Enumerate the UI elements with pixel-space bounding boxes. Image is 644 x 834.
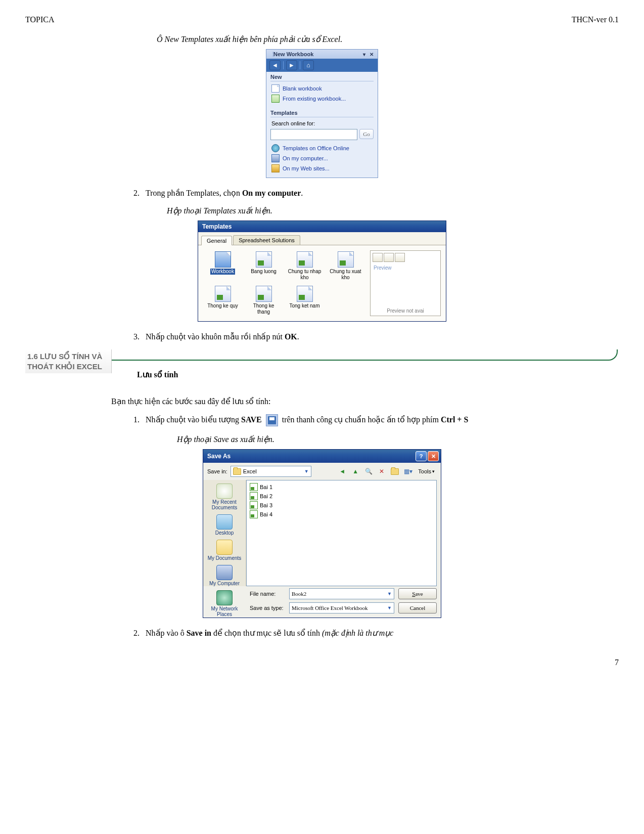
template-item[interactable]: Bang luong bbox=[244, 250, 283, 282]
toolbar: Save in: Excel ▼ ◄ ▲ 🔍 ✕ ▦▾ Tools ▾ bbox=[203, 463, 441, 480]
place-my-documents[interactable]: My Documents bbox=[205, 538, 244, 562]
template-item[interactable]: Workbook bbox=[203, 250, 242, 282]
forward-button[interactable]: ► bbox=[286, 60, 297, 70]
save-step-1: Nhấp chuột vào biểu tượng SAVE trên than… bbox=[142, 414, 619, 426]
dialog-titlebar: Templates bbox=[198, 221, 446, 232]
separator bbox=[300, 61, 300, 69]
template-label: Workbook bbox=[210, 269, 235, 275]
place-label: My Recent Documents bbox=[205, 499, 244, 510]
place-my-computer[interactable]: My Computer bbox=[205, 563, 244, 588]
search-online-input[interactable] bbox=[270, 129, 357, 140]
views-button[interactable]: ▦▾ bbox=[403, 466, 413, 476]
template-item[interactable]: Chung tu nhap kho bbox=[285, 250, 324, 282]
dialog-title: Templates bbox=[202, 223, 232, 230]
go-button[interactable]: Go bbox=[359, 129, 374, 139]
step-bold: Ctrl + S bbox=[441, 415, 468, 424]
section-heading: 1.6 LƯU SỔ TÍNH VÀ THOÁT KHỎI EXCEL Lưu … bbox=[25, 349, 619, 388]
cancel-button[interactable]: Cancel bbox=[398, 602, 437, 613]
tools-dropdown[interactable]: Tools ▾ bbox=[416, 467, 437, 475]
back-button[interactable]: ◄ bbox=[337, 466, 347, 476]
on-my-computer-link[interactable]: On my computer... bbox=[270, 153, 374, 163]
excel-template-icon bbox=[297, 251, 313, 268]
step-text: Nhấp vào ô bbox=[146, 629, 187, 637]
details-button[interactable] bbox=[395, 253, 405, 262]
chevron-down-icon: ▼ bbox=[304, 469, 309, 474]
templates-dialog: Templates General Spreadsheet Solutions … bbox=[198, 221, 446, 322]
btn-label-rest: ave bbox=[415, 591, 423, 597]
template-item[interactable]: Tong ket nam bbox=[285, 285, 324, 316]
savein-dropdown[interactable]: Excel ▼ bbox=[231, 466, 311, 477]
step-text: trên thanh công cụ chuẩn hoặc ấn tổ hợp … bbox=[282, 415, 441, 424]
place-recent-documents[interactable]: My Recent Documents bbox=[205, 482, 244, 512]
dialog-title: Save As bbox=[207, 453, 231, 460]
templates-icon-grid: WorkbookBang luongChung tu nhap khoChung… bbox=[203, 250, 365, 316]
section-templates-title: Templates bbox=[270, 110, 374, 117]
header-right: THCN-ver 0.1 bbox=[572, 15, 619, 24]
template-item[interactable]: Chung tu xuat kho bbox=[326, 250, 365, 282]
dropdown-icon[interactable]: ▾ bbox=[361, 51, 367, 57]
section-rule bbox=[112, 349, 618, 361]
caption-saveas-dialog: Hộp thoại Save as xuất hiện. bbox=[177, 434, 619, 444]
page-number: 7 bbox=[25, 658, 619, 667]
excel-file-icon bbox=[250, 510, 258, 518]
blank-workbook-link[interactable]: Blank workbook bbox=[270, 83, 374, 94]
help-button[interactable]: ? bbox=[416, 451, 427, 461]
saveas-type-input[interactable]: Microsoft Office Excel Workbook ▼ bbox=[289, 602, 394, 613]
caption-new-templates: Ô New Templates xuất hiện bên phía phải … bbox=[157, 34, 619, 44]
savein-label: Save in: bbox=[207, 468, 227, 474]
template-item[interactable]: Thong ke quy bbox=[203, 285, 242, 316]
tab-general[interactable]: General bbox=[201, 236, 232, 245]
place-label: My Documents bbox=[208, 555, 242, 561]
new-folder-button[interactable] bbox=[390, 466, 400, 476]
excel-template-icon bbox=[215, 286, 231, 302]
list-button[interactable] bbox=[384, 253, 394, 262]
tools-label: Tools bbox=[418, 468, 431, 474]
header-left: TOPICA bbox=[25, 15, 55, 24]
home-button[interactable]: ⌂ bbox=[303, 60, 314, 70]
templates-office-online-link[interactable]: Templates on Office Online bbox=[270, 143, 374, 153]
link-label: Templates on Office Online bbox=[283, 145, 349, 151]
file-item[interactable]: Bai 1 bbox=[249, 482, 434, 492]
step-text: Nhấp chuột vào khuôn mẫu rồi nhấp nút bbox=[146, 332, 285, 341]
excel-template-icon bbox=[297, 286, 313, 302]
tabs: General Spreadsheet Solutions bbox=[198, 232, 446, 245]
new-workbook-pane: ⋮ New Workbook ▾ ✕ ◄ ► ⌂ New Blank workb… bbox=[266, 49, 378, 178]
excel-template-icon bbox=[256, 286, 272, 302]
desktop-icon bbox=[216, 514, 233, 530]
pane-nav: ◄ ► ⌂ bbox=[266, 59, 378, 72]
large-icons-button[interactable] bbox=[373, 253, 383, 262]
from-existing-link[interactable]: From existing workbook... bbox=[270, 94, 374, 104]
step-2: Trong phần Templates, chọn On my compute… bbox=[142, 188, 619, 198]
link-label: From existing workbook... bbox=[283, 96, 346, 102]
grip-icon: ⋮ bbox=[269, 52, 273, 57]
template-label: Thong ke thang bbox=[245, 303, 282, 315]
back-button[interactable]: ◄ bbox=[269, 60, 281, 70]
filename-input[interactable]: Book2 ▼ bbox=[289, 588, 394, 599]
search-button[interactable]: 🔍 bbox=[363, 466, 374, 476]
link-label: On my computer... bbox=[283, 155, 328, 161]
file-name: Bai 1 bbox=[260, 484, 272, 490]
file-list: Bai 1Bai 2Bai 3Bai 4 bbox=[246, 480, 437, 586]
step-bold: SAVE bbox=[241, 415, 262, 424]
on-my-web-sites-link[interactable]: On my Web sites... bbox=[270, 163, 374, 173]
up-button[interactable]: ▲ bbox=[350, 466, 360, 476]
close-icon[interactable]: ✕ bbox=[369, 51, 375, 57]
file-item[interactable]: Bai 2 bbox=[249, 492, 434, 501]
network-icon bbox=[216, 590, 233, 605]
place-network[interactable]: My Network Places bbox=[205, 589, 244, 619]
close-button[interactable]: ✕ bbox=[428, 451, 439, 461]
step-text: . bbox=[297, 332, 299, 341]
place-desktop[interactable]: Desktop bbox=[205, 513, 244, 537]
file-item[interactable]: Bai 3 bbox=[249, 501, 434, 510]
file-item[interactable]: Bai 4 bbox=[249, 510, 434, 519]
step-bold: Save in bbox=[187, 629, 211, 637]
filename-value: Book2 bbox=[292, 591, 306, 597]
chevron-down-icon: ▾ bbox=[432, 469, 435, 474]
filename-label: File name: bbox=[250, 591, 285, 597]
save-button[interactable]: Save bbox=[398, 588, 437, 599]
tab-spreadsheet-solutions[interactable]: Spreadsheet Solutions bbox=[233, 235, 300, 245]
delete-button[interactable]: ✕ bbox=[377, 466, 387, 476]
pane-titlebar: ⋮ New Workbook ▾ ✕ bbox=[266, 50, 378, 59]
preview-pane: Preview Preview not avai bbox=[370, 250, 441, 316]
template-item[interactable]: Thong ke thang bbox=[244, 285, 283, 316]
